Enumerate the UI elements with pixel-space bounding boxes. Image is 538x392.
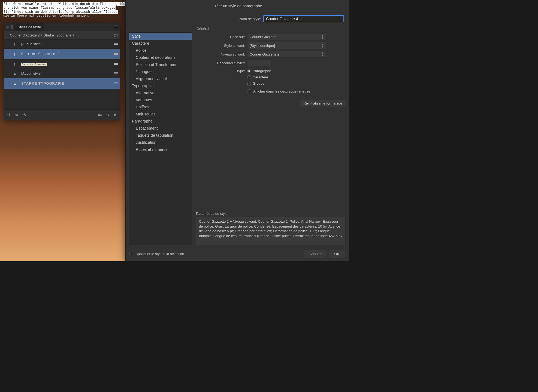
ok-button[interactable]: OK xyxy=(329,250,345,258)
style-row-gazette[interactable]: ¶ Gazette Courier xyxy=(4,60,120,69)
trash-icon[interactable]: 🗑 xyxy=(113,113,118,117)
checkbox-icon xyxy=(129,252,133,256)
panel-footer: ⁺¶ ⁺a ⁺S a≡ a≡ 🗑 xyxy=(4,109,120,120)
based-on-select[interactable]: Courier Gazzette 2 ▲▼ xyxy=(247,33,326,40)
tab-styles[interactable]: Styles de texte xyxy=(14,23,44,31)
chevron-right-icon[interactable]: › xyxy=(7,52,8,56)
based-on-row: Basé sur: Courier Gazzette 2 ▲▼ xyxy=(196,32,346,41)
style-label: Courier Gazzette 2 xyxy=(21,52,59,56)
radio-icon xyxy=(247,82,251,85)
add-paragraph-style-icon[interactable]: ⁺¶ xyxy=(6,113,11,117)
row-menu-icon[interactable] xyxy=(114,72,118,75)
row-menu-icon[interactable] xyxy=(114,53,118,55)
cat-langue[interactable]: * Langue xyxy=(129,68,192,75)
updown-icon: ▲▼ xyxy=(321,34,324,39)
style-label: Gazette Courier xyxy=(21,62,47,66)
radio-icon xyxy=(247,69,251,73)
cat-espacement[interactable]: Espacement xyxy=(129,125,192,132)
cat-style[interactable]: Style xyxy=(129,33,192,40)
cat-couleur[interactable]: Couleur et décorations xyxy=(129,54,192,61)
reset-formatting-button[interactable]: Réinitialiser le formatage xyxy=(300,100,346,106)
name-row: Nom de style: xyxy=(126,12,349,22)
dialog-body: Style Caractère Police Couleur et décora… xyxy=(126,31,349,246)
panel-menu-icon[interactable] xyxy=(114,26,118,28)
pilcrow-icon: ¶ xyxy=(14,52,18,56)
style-label: [Aucun style] xyxy=(21,42,41,46)
radio-paragraphe[interactable]: Paragraphe xyxy=(247,69,271,73)
based-on-value: Courier Gazzette 2 xyxy=(250,35,279,39)
cancel-button[interactable]: Annuler xyxy=(304,250,327,258)
cat-chiffres[interactable]: Chiffres xyxy=(129,103,192,111)
type-radios: Paragraphe Caractère Grouper xyxy=(247,68,271,85)
name-label: Nom de style: xyxy=(240,17,261,21)
char-style-icon: a xyxy=(14,81,18,85)
shortcut-input[interactable] xyxy=(247,59,272,66)
next-level-select[interactable]: Courier Gazzette 2 ▲▼ xyxy=(247,51,326,58)
cat-taquets[interactable]: Taquets de tabulation xyxy=(129,132,192,139)
cat-alternatives[interactable]: Alternatives xyxy=(129,89,192,96)
show-both-row: Afficher dans les deux sous-fenêtres xyxy=(196,85,346,94)
cat-police[interactable]: Police xyxy=(129,47,192,54)
chevron-right-icon[interactable]: › xyxy=(5,33,10,37)
duplicate-style-icon[interactable]: a≡ xyxy=(105,113,110,117)
document-text: Eine Gezeitenwelle ist eine Welle, die d… xyxy=(3,2,137,18)
pilcrow-icon: ¶ xyxy=(14,62,18,66)
style-row-none-2[interactable]: a [Aucun style] xyxy=(4,69,120,78)
next-style-row: Style suivant: [Style identique] ▲▼ xyxy=(196,41,346,50)
category-sidebar: Style Caractère Police Couleur et décora… xyxy=(129,32,192,245)
type-label: Type: xyxy=(196,68,245,73)
next-level-label: Niveau suivant: xyxy=(196,52,245,56)
style-label: STARKE TYPOGRAFIE xyxy=(21,81,64,85)
style-row-starke[interactable]: a STARKE TYPOGRAFIE xyxy=(4,78,120,89)
updown-icon: ▲▼ xyxy=(321,52,324,57)
cat-position[interactable]: Position et Transformer xyxy=(129,61,192,68)
cat-paragraphe[interactable]: Paragraphe xyxy=(129,118,192,125)
cat-caractere[interactable]: Caractère xyxy=(129,40,192,47)
next-style-value: [Style identique] xyxy=(250,44,275,48)
radio-icon xyxy=(247,75,251,79)
row-menu-icon[interactable] xyxy=(114,63,118,65)
add-group-icon[interactable]: ⁺S xyxy=(21,113,27,117)
style-label: [Aucun style] xyxy=(21,71,41,75)
params-label: Paramètres du style: xyxy=(196,212,346,217)
apply-to-selection-checkbox[interactable]: Appliquer le style à la sélection xyxy=(129,252,184,256)
params-textbox: Courier Gazzette 2 + Niveau suivant: Cou… xyxy=(196,217,346,245)
cat-justification[interactable]: Justification xyxy=(129,139,192,146)
update-style-icon[interactable]: ↥T xyxy=(113,32,119,38)
row-menu-icon[interactable] xyxy=(114,43,118,45)
close-icon[interactable] xyxy=(6,26,9,29)
create-paragraph-style-dialog: Créer un style de paragraphe Nom de styl… xyxy=(125,0,349,261)
breadcrumb-label: Courier Gazzette 2 + Starke Typografie +… xyxy=(10,33,113,37)
style-row-none-1[interactable]: ¶ [Aucun style] xyxy=(4,39,120,49)
doc-line-4: die in Meere mit deutlichem Tidenhub mün… xyxy=(3,14,90,18)
rename-style-icon[interactable]: a≡ xyxy=(97,113,103,117)
add-char-style-icon[interactable]: ⁺a xyxy=(14,113,19,117)
cat-align[interactable]: Alignement visuel xyxy=(129,75,192,82)
checkbox-icon xyxy=(247,89,251,93)
cat-puces[interactable]: Puces et numéros xyxy=(129,146,192,153)
panel-header: Styles de texte xyxy=(4,23,120,31)
next-level-value: Courier Gazzette 2 xyxy=(250,52,279,56)
shortcut-row: Raccourci clavier: xyxy=(196,59,346,67)
cat-variantes[interactable]: Variantes xyxy=(129,96,192,103)
type-row: Type: Paragraphe Caractère Grouper xyxy=(196,67,346,85)
based-on-label: Basé sur: xyxy=(196,35,245,39)
char-style-icon: a xyxy=(14,71,18,75)
next-level-row: Niveau suivant: Courier Gazzette 2 ▲▼ xyxy=(196,50,346,59)
apply-label: Appliquer le style à la sélection xyxy=(135,252,184,256)
row-menu-icon[interactable] xyxy=(114,82,118,85)
text-styles-panel: Styles de texte › Courier Gazzette 2 + S… xyxy=(4,23,120,120)
pilcrow-icon: ¶ xyxy=(14,42,18,46)
style-name-input[interactable] xyxy=(263,15,344,22)
doc-line-2: und sich von einer Flussmündung aus flus… xyxy=(3,6,116,10)
style-row-courier[interactable]: › ¶ Courier Gazzette 2 xyxy=(4,49,120,60)
cat-typographie[interactable]: Typographie xyxy=(129,82,192,89)
radio-caractere[interactable]: Caractère xyxy=(247,75,271,79)
show-both-checkbox[interactable]: Afficher dans les deux sous-fenêtres xyxy=(247,89,310,93)
next-style-select[interactable]: [Style identique] ▲▼ xyxy=(247,42,326,49)
radio-grouper[interactable]: Grouper xyxy=(247,81,271,85)
grip-icon[interactable] xyxy=(11,25,13,29)
show-both-label: Afficher dans les deux sous-fenêtres xyxy=(253,89,310,93)
cat-majuscules[interactable]: Majuscules xyxy=(129,111,192,118)
form-area: Basé sur: Courier Gazzette 2 ▲▼ Style su… xyxy=(192,32,346,245)
